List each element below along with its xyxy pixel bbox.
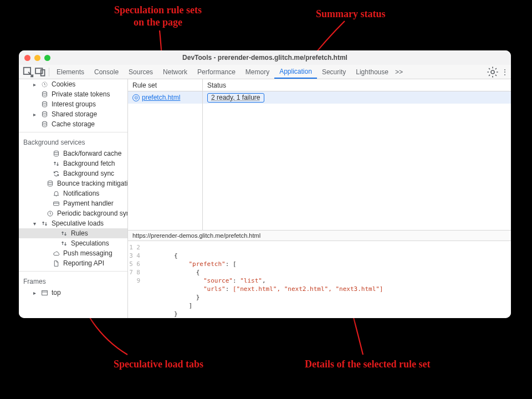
sidebar-item-label: Payment handler xyxy=(63,200,114,207)
devtools-tabbar: Elements Console Sources Network Perform… xyxy=(19,65,511,79)
sidebar-item-cache-storage[interactable]: Cache storage xyxy=(19,119,127,129)
database-icon xyxy=(40,90,48,98)
updown-icon xyxy=(40,219,48,227)
chevron-icon: ▸ xyxy=(32,81,37,88)
sidebar-item-interest-groups[interactable]: Interest groups xyxy=(19,99,127,109)
annotation-summary: Summary status xyxy=(316,8,386,21)
sidebar-item-label: Speculations xyxy=(71,239,109,247)
sidebar-item-label: Shared storage xyxy=(52,110,97,118)
cloud-icon xyxy=(52,249,60,257)
chevron-icon: ▸ xyxy=(32,111,37,117)
window-titlebar: DevTools - prerender-demos.glitch.me/pre… xyxy=(19,50,511,65)
code-content: { "prefetch": [ { "source": "list", "url… xyxy=(145,241,511,318)
database-icon xyxy=(40,110,48,118)
sidebar-item-label: Background sync xyxy=(63,170,114,177)
inspect-icon[interactable] xyxy=(22,66,34,78)
database-icon xyxy=(52,150,60,157)
sidebar-item-private-state-tokens[interactable]: Private state tokens xyxy=(19,89,127,99)
updown-icon xyxy=(52,160,60,167)
column-header-status[interactable]: Status xyxy=(203,79,511,91)
clock-dashed-icon xyxy=(40,80,48,88)
file-icon xyxy=(52,259,60,267)
sidebar-item-label: Interest groups xyxy=(52,100,96,108)
sidebar-item-label: Private state tokens xyxy=(52,90,110,98)
status-badge[interactable]: 2 ready, 1 failure xyxy=(207,93,264,103)
status-row[interactable]: 2 ready, 1 failure xyxy=(203,91,511,104)
sidebar-item-label: top xyxy=(52,289,61,296)
card-icon xyxy=(52,200,60,207)
ruleset-link[interactable]: prefetch.html xyxy=(142,94,180,101)
sidebar-item-top[interactable]: ▸ top xyxy=(19,288,127,298)
tab-network[interactable]: Network xyxy=(158,65,192,79)
rules-pane: Rule set ⊝ prefetch.html Status 2 ready,… xyxy=(128,79,511,318)
rules-table: Rule set ⊝ prefetch.html Status 2 ready,… xyxy=(128,79,511,230)
database-icon xyxy=(47,180,54,187)
sidebar-item-label: Rules xyxy=(71,229,88,237)
sidebar-item-push-messaging[interactable]: Push messaging xyxy=(19,248,127,258)
annotation-tabs: Speculative load tabs xyxy=(114,359,203,371)
clock-icon xyxy=(47,209,54,217)
sidebar-item-label: Cache storage xyxy=(52,120,95,128)
tab-console[interactable]: Console xyxy=(89,65,124,79)
sidebar-item-speculative-loads[interactable]: ▾ Speculative loads xyxy=(19,218,127,228)
sidebar-item-rules[interactable]: Rules xyxy=(19,228,127,238)
code-gutter: 1 2 3 4 5 6 7 8 9 xyxy=(128,241,145,318)
sidebar-item-notifications[interactable]: Notifications xyxy=(19,188,127,198)
sidebar-item-speculations[interactable]: Speculations xyxy=(19,238,127,248)
sidebar-item-background-fetch[interactable]: Background fetch xyxy=(19,158,127,168)
device-toggle-icon[interactable] xyxy=(34,66,47,78)
ruleset-status-icon: ⊝ xyxy=(132,94,140,101)
sidebar-item-label: Back/forward cache xyxy=(63,150,121,157)
sidebar-item-label: Push messaging xyxy=(63,249,112,257)
sidebar-item-label: Reporting API xyxy=(63,259,104,267)
sidebar-item-reporting-api[interactable]: Reporting API xyxy=(19,258,127,268)
sidebar-item-payment-handler[interactable]: Payment handler xyxy=(19,198,127,208)
tab-security[interactable]: Security xyxy=(317,65,351,79)
tab-lighthouse[interactable]: Lighthouse xyxy=(351,65,393,79)
tab-elements[interactable]: Elements xyxy=(52,65,89,79)
chevron-down-icon: ▾ xyxy=(32,221,37,227)
application-sidebar: ▸ Cookies Private state tokens Interest … xyxy=(19,79,128,318)
database-icon xyxy=(40,100,48,108)
tab-memory[interactable]: Memory xyxy=(241,65,274,79)
svg-point-3 xyxy=(491,70,494,73)
window-icon xyxy=(40,289,48,296)
sidebar-item-label: Periodic background sync xyxy=(57,209,128,217)
ruleset-source-editor[interactable]: 1 2 3 4 5 6 7 8 9 { "prefetch": [ { "sou… xyxy=(128,241,511,318)
updown-icon xyxy=(60,239,68,247)
kebab-menu-icon[interactable]: ⋮ xyxy=(499,66,511,78)
window-title: DevTools - prerender-demos.glitch.me/pre… xyxy=(19,54,511,62)
annotation-rulesets: Speculation rule sets on the page xyxy=(97,4,219,28)
devtools-window: DevTools - prerender-demos.glitch.me/pre… xyxy=(19,50,511,318)
column-header-ruleset[interactable]: Rule set xyxy=(128,79,202,91)
tab-sources[interactable]: Sources xyxy=(124,65,158,79)
sidebar-item-shared-storage[interactable]: ▸ Shared storage xyxy=(19,109,127,119)
sidebar-item-periodic-background-sync[interactable]: Periodic background sync xyxy=(19,208,127,218)
tabs-overflow-icon[interactable]: >> xyxy=(393,68,405,76)
ruleset-row[interactable]: ⊝ prefetch.html xyxy=(128,91,202,104)
sidebar-item-label: Background fetch xyxy=(63,160,115,167)
sidebar-item-bounce-tracking-mitigations[interactable]: Bounce tracking mitigations xyxy=(19,178,127,188)
gear-icon[interactable] xyxy=(487,66,499,78)
tab-application[interactable]: Application xyxy=(274,65,317,79)
sidebar-group-background-services: Background services xyxy=(19,135,127,149)
sidebar-item-label: Bounce tracking mitigations xyxy=(57,180,128,187)
svg-rect-1 xyxy=(35,68,42,74)
sidebar-item-label: Notifications xyxy=(63,190,99,197)
updown-icon xyxy=(60,229,68,237)
annotation-details: Details of the selected rule set xyxy=(305,359,430,371)
sidebar-group-frames: Frames xyxy=(19,274,127,288)
sidebar-item-back-forward-cache[interactable]: Back/forward cache xyxy=(19,149,127,158)
sidebar-item-label: Speculative loads xyxy=(52,219,104,227)
chevron-icon: ▸ xyxy=(32,290,37,296)
tab-performance[interactable]: Performance xyxy=(192,65,241,79)
sidebar-item-cookies[interactable]: ▸ Cookies xyxy=(19,79,127,89)
sidebar-item-background-sync[interactable]: Background sync xyxy=(19,168,127,178)
sidebar-item-label: Cookies xyxy=(52,80,75,88)
ruleset-url-bar: https://prerender-demos.glitch.me/prefet… xyxy=(128,230,511,241)
database-icon xyxy=(40,120,48,128)
sync-icon xyxy=(52,170,60,177)
bell-icon xyxy=(52,190,60,197)
